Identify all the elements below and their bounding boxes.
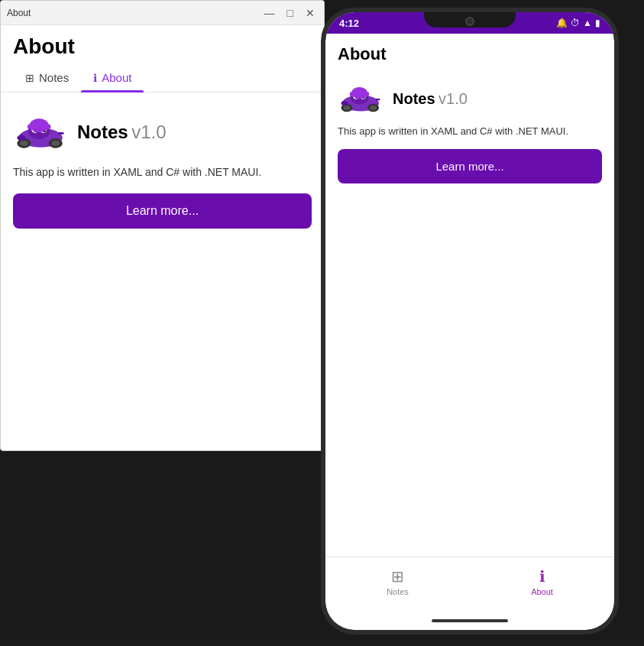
svg-rect-33	[376, 99, 380, 100]
desktop-window: About — □ ✕ About ⊞ Notes ℹ About	[0, 0, 325, 451]
status-icons: 🔔 ⏱ ▲ ▮	[556, 18, 600, 28]
learn-more-button[interactable]: Learn more...	[13, 193, 312, 229]
title-bar-controls: — □ ✕	[261, 7, 318, 19]
mascot	[13, 111, 68, 154]
svg-rect-16	[58, 132, 63, 135]
window-content: Notes v1.0 This app is written in XAML a…	[1, 93, 324, 450]
app-description: This app is written in XAML and C# with …	[13, 166, 312, 178]
phone-learn-more-button[interactable]: Learn more...	[338, 149, 602, 183]
phone-bottom-nav: ⊞ Notes ℹ About	[325, 557, 614, 612]
phone-device: 4:12 🔔 ⏱ ▲ ▮ About	[321, 8, 619, 635]
svg-point-31	[370, 106, 377, 110]
wifi-icon: ▲	[583, 18, 592, 28]
battery-icon: ▮	[595, 18, 600, 28]
tab-bar: ⊞ Notes ℹ About	[1, 65, 324, 93]
tab-notes-label: Notes	[39, 71, 69, 84]
svg-point-10	[45, 124, 50, 129]
minimize-button[interactable]: —	[261, 7, 278, 19]
phone-nav-notes[interactable]: ⊞ Notes	[325, 567, 470, 596]
phone-content: Notes v1.0 This app is written in XAML a…	[325, 72, 614, 557]
phone-app-name: Notes	[393, 90, 435, 107]
about-tab-icon: ℹ	[93, 72, 97, 84]
phone-mascot	[338, 81, 383, 116]
phone-home-indicator	[325, 612, 614, 630]
phone-nav-notes-label: Notes	[387, 587, 409, 596]
notes-tab-icon: ⊞	[25, 72, 34, 84]
svg-point-12	[20, 141, 28, 146]
svg-point-29	[344, 106, 351, 110]
title-bar-title: About	[7, 8, 31, 18]
tab-notes[interactable]: ⊞ Notes	[13, 65, 81, 92]
phone-app-version: v1.0	[439, 90, 468, 107]
svg-point-26	[350, 92, 354, 96]
close-button[interactable]: ✕	[303, 7, 318, 19]
phone-app-description: This app is written in XAML and C# with …	[338, 125, 602, 137]
app-name: Notes	[77, 122, 128, 142]
title-bar: About — □ ✕	[1, 1, 324, 25]
phone-camera	[465, 17, 474, 26]
svg-point-27	[364, 92, 369, 96]
phone-nav-notes-icon: ⊞	[391, 567, 404, 586]
svg-point-15	[17, 135, 25, 141]
app-version: v1.0	[131, 122, 166, 142]
maximize-button[interactable]: □	[284, 7, 296, 19]
phone-app-title: About	[325, 34, 614, 72]
svg-point-14	[51, 141, 60, 146]
svg-point-32	[341, 101, 348, 106]
tab-about[interactable]: ℹ About	[81, 65, 144, 92]
app-header: Notes v1.0	[13, 111, 312, 154]
phone-nav-about-label: About	[531, 587, 553, 596]
phone-app-header: Notes v1.0	[338, 81, 602, 116]
tab-about-label: About	[102, 71, 131, 84]
phone-nav-about-icon: ℹ	[539, 567, 545, 586]
svg-point-9	[28, 124, 33, 129]
phone-app-name-version: Notes v1.0	[393, 90, 468, 108]
app-name-version: Notes v1.0	[77, 122, 167, 143]
clock-icon: ⏱	[571, 18, 580, 28]
notification-icon: 🔔	[556, 18, 568, 28]
phone-screen: 4:12 🔔 ⏱ ▲ ▮ About	[325, 12, 614, 630]
phone-nav-about[interactable]: ℹ About	[470, 567, 614, 596]
status-time: 4:12	[339, 18, 359, 29]
home-bar	[432, 619, 508, 622]
window-title: About	[1, 25, 324, 65]
